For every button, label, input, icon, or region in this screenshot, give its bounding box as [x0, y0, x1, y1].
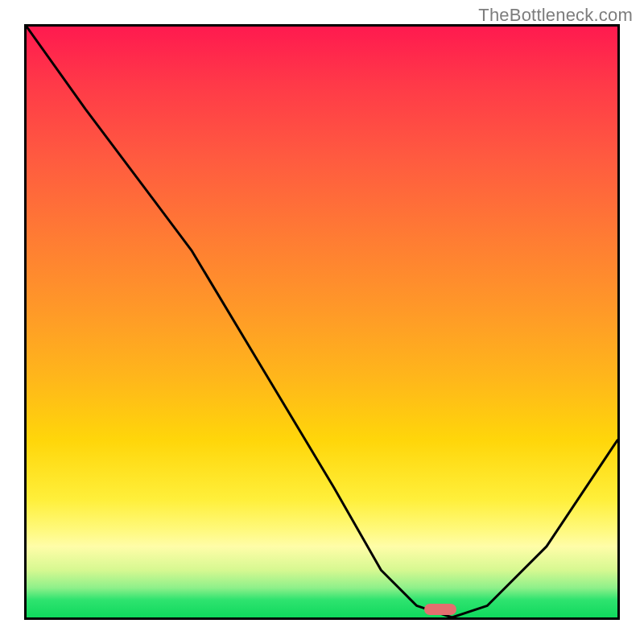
- plot-area: [24, 24, 620, 620]
- curve-path: [27, 27, 617, 617]
- bottleneck-curve: [27, 27, 617, 617]
- optimal-marker: [424, 604, 456, 615]
- watermark-text: TheBottleneck.com: [478, 5, 633, 26]
- chart-stage: TheBottleneck.com: [0, 0, 644, 644]
